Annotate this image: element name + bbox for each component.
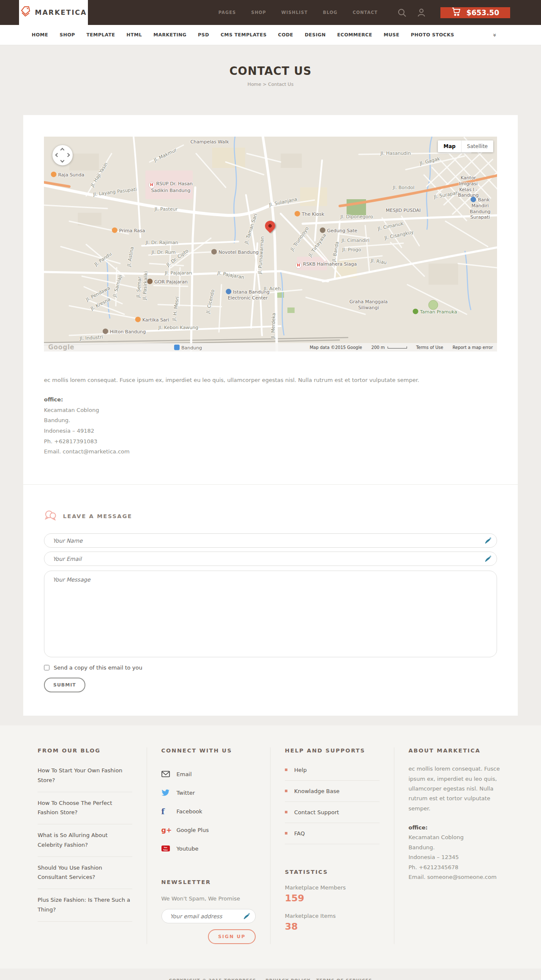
top-nav-wishlist[interactable]: WISHLIST [281,10,308,15]
bullet-icon [285,769,287,771]
search-icon[interactable] [397,8,407,17]
help-link-contact-support[interactable]: Contact Support [285,802,380,823]
header-nav: PAGESSHOPWISHLISTBLOGCONTACT [219,10,378,15]
map-type-switcher: Map Satellite [438,140,493,152]
category-template[interactable]: TEMPLATE [87,32,115,38]
blog-post-link[interactable]: How To Choose The Perfect Fashion Store? [38,792,132,825]
help-link-help[interactable]: Help [285,760,380,781]
email-input[interactable] [44,552,497,566]
google-map[interactable]: Map Satellite Google Map data ©2015 Goog… [44,137,497,351]
map-scale: 200 m [372,345,407,350]
office-address: office: Kecamatan CoblongBandung.Indones… [44,395,497,457]
blog-post-link[interactable]: What is So Alluring About Celebrity Fash… [38,824,132,857]
social-link-email[interactable]: Email [161,765,256,783]
category-psd[interactable]: PSD [198,32,209,38]
blog-post-link[interactable]: Plus Size Fashion: Is There Such a Thing… [38,889,132,922]
stat-value: 38 [285,921,380,932]
newsletter-heading: NEWSLETTER [161,879,256,885]
bullet-icon [285,832,287,835]
about-heading: ABOUT MARKETICA [409,747,504,754]
gplus-icon: g+ [161,826,172,834]
message-textarea[interactable] [44,571,497,657]
pan-left-icon[interactable] [55,153,60,157]
map-attribution: Google Map data ©2015 Google 200 m Terms… [44,343,497,351]
terms-of-use-link[interactable]: Terms of Use [416,345,443,350]
help-heading: HELP AND SUPPORTS [285,747,380,754]
brand-logo[interactable]: MARKETICA [19,0,88,25]
breadcrumb-home[interactable]: Home [248,82,261,87]
category-marketing[interactable]: MARKETING [153,32,186,38]
breadcrumb-current: Contact Us [268,82,293,87]
category-photo-stocks[interactable]: PHOTO STOCKS [411,32,454,38]
about-text: ec mollis lorem consequat. Fusce ipsum e… [409,764,504,813]
category-code[interactable]: CODE [278,32,293,38]
category-ecommerce[interactable]: ECOMMERCE [337,32,372,38]
social-link-google-plus[interactable]: g+Google Plus [161,821,256,839]
site-footer: FROM OUR BLOG How To Start Your Own Fash… [0,725,541,969]
office-line: Bandung. [44,415,497,426]
office-line: Kecamatan Coblong [409,832,504,842]
breadcrumb-separator: > [263,82,267,87]
social-link-youtube[interactable]: YouTubeYoutube [161,839,256,858]
top-nav-blog[interactable]: BLOG [323,10,337,15]
signup-button[interactable]: SIGN UP [208,929,256,944]
category-cms-templates[interactable]: CMS TEMPLATES [221,32,267,38]
pan-down-icon[interactable] [60,159,65,163]
office-line: Indonesia – 49182 [44,426,497,436]
category-muse[interactable]: MUSE [384,32,399,38]
pan-up-icon[interactable] [60,148,65,152]
pan-right-icon[interactable] [66,153,70,157]
copyright-bar: COPYRIGHT © 2015 TOKOPRESS PRIVACY POLIC… [0,969,541,980]
cart-icon [451,7,462,18]
page-title: CONTACT US [0,65,541,77]
main-content: Map Satellite Google Map data ©2015 Goog… [23,115,518,716]
submit-button[interactable]: SUBMIT [44,678,85,692]
footer-help-column: HELP AND SUPPORTS HelpKnowladge BaseCont… [270,747,394,944]
account-icon[interactable] [417,8,426,17]
blog-heading: FROM OUR BLOG [38,747,132,754]
top-nav-pages[interactable]: PAGES [219,10,236,15]
send-copy-checkbox[interactable] [44,665,49,670]
top-nav-shop[interactable]: SHOP [251,10,266,15]
send-copy-label: Send a copy of this email to you [54,664,142,671]
bullet-icon [285,790,287,792]
newsletter-tagline: We Won't Spam, We Promise [161,895,256,902]
top-nav-contact[interactable]: CONTACT [352,10,377,15]
help-link-knowladge-base[interactable]: Knowladge Base [285,781,380,802]
stat-label: Marketplace Members [285,884,380,891]
newsletter-email-input[interactable] [161,909,256,923]
privacy-policy-link[interactable]: PRIVACY POLICY [265,978,310,980]
map-marker[interactable] [265,221,275,231]
map-data-text: Map data ©2015 Google [310,345,362,350]
more-categories-icon[interactable]: » [492,33,499,37]
map-type-satellite-button[interactable]: Satellite [461,140,493,152]
report-map-error-link[interactable]: Report a map error [453,345,493,350]
map-type-map-button[interactable]: Map [438,140,461,152]
map-pan-control[interactable] [52,145,73,165]
footer-blog-column: FROM OUR BLOG How To Start Your Own Fash… [23,747,147,944]
office-line: Email. someone@someone.com [409,872,504,882]
category-design[interactable]: DESIGN [305,32,326,38]
category-shop[interactable]: SHOP [60,32,75,38]
email-icon [161,771,172,777]
name-input[interactable] [44,533,497,548]
social-label: Youtube [177,845,199,852]
stat-value: 159 [285,893,380,903]
about-office-address: office: Kecamatan CoblongBandung.Indones… [409,823,504,882]
office-line: Bandung. [409,843,504,852]
contact-intro-text: ec mollis lorem consequat. Fusce ipsum e… [44,377,497,383]
map-canvas [44,137,497,351]
category-home[interactable]: HOME [32,32,48,38]
blog-post-link[interactable]: How To Start Your Own Fashion Store? [38,760,132,792]
footer-about-column: ABOUT MARKETICA ec mollis lorem consequa… [394,747,518,944]
blog-post-link[interactable]: Should You Use Fashion Consultant Servic… [38,857,132,889]
terms-of-services-link[interactable]: TERMS OF SERVICES [316,978,372,980]
help-link-faq[interactable]: FAQ [285,823,380,844]
google-logo: Google [48,343,74,351]
category-html[interactable]: HTML [126,32,142,38]
social-link-twitter[interactable]: Twitter [161,783,256,802]
site-header: MARKETICA PAGESSHOPWISHLISTBLOGCONTACT $… [0,0,541,25]
social-link-facebook[interactable]: fFacebook [161,802,256,821]
office-line: Kecamatan Coblong [44,405,497,416]
cart-button[interactable]: $653.50 [440,7,510,18]
